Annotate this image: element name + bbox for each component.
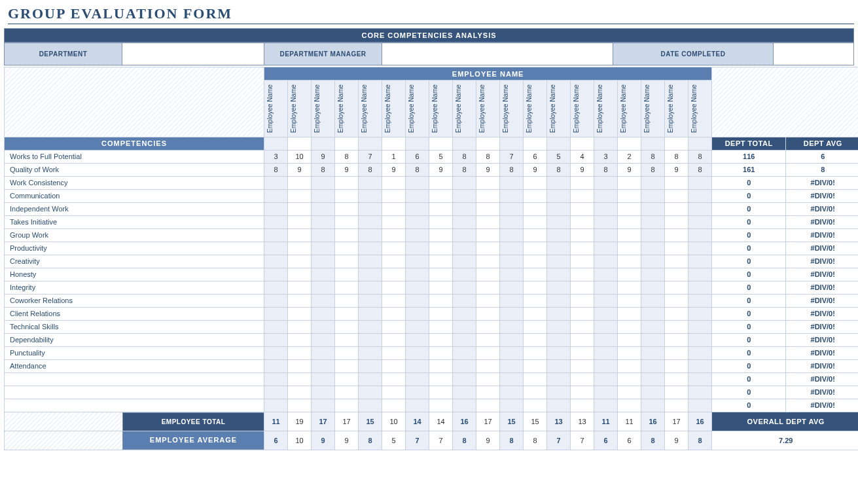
- score-cell[interactable]: [665, 307, 688, 320]
- score-cell[interactable]: [335, 202, 359, 215]
- score-cell[interactable]: [264, 294, 288, 307]
- score-cell[interactable]: [618, 255, 641, 268]
- score-cell[interactable]: [547, 386, 571, 399]
- score-cell[interactable]: [688, 399, 712, 412]
- score-cell[interactable]: 6: [524, 150, 547, 163]
- score-cell[interactable]: [382, 320, 406, 333]
- score-cell[interactable]: [641, 333, 665, 346]
- score-cell[interactable]: [665, 215, 688, 228]
- score-cell[interactable]: [382, 346, 406, 359]
- score-cell[interactable]: [547, 307, 571, 320]
- score-cell[interactable]: [641, 359, 665, 372]
- score-cell[interactable]: [500, 242, 524, 255]
- score-cell[interactable]: [288, 386, 312, 399]
- score-cell[interactable]: [264, 242, 288, 255]
- score-cell[interactable]: 8: [641, 150, 665, 163]
- score-cell[interactable]: [429, 268, 453, 281]
- score-cell[interactable]: [429, 346, 453, 359]
- score-cell[interactable]: [406, 189, 429, 202]
- score-cell[interactable]: [453, 346, 476, 359]
- score-cell[interactable]: [312, 294, 335, 307]
- score-cell[interactable]: [453, 281, 476, 294]
- score-cell[interactable]: [453, 242, 476, 255]
- score-cell[interactable]: [476, 176, 500, 189]
- score-cell[interactable]: [618, 359, 641, 372]
- score-cell[interactable]: [594, 242, 618, 255]
- score-cell[interactable]: [476, 215, 500, 228]
- score-cell[interactable]: [571, 372, 594, 386]
- score-cell[interactable]: [359, 268, 382, 281]
- score-cell[interactable]: [359, 399, 382, 412]
- score-cell[interactable]: [665, 268, 688, 281]
- score-cell[interactable]: 7: [500, 150, 524, 163]
- score-cell[interactable]: [406, 228, 429, 242]
- score-cell[interactable]: [665, 255, 688, 268]
- score-cell[interactable]: [335, 399, 359, 412]
- score-cell[interactable]: [453, 359, 476, 372]
- score-cell[interactable]: [665, 399, 688, 412]
- score-cell[interactable]: 8: [453, 163, 476, 176]
- score-cell[interactable]: [547, 294, 571, 307]
- score-cell[interactable]: [335, 386, 359, 399]
- score-cell[interactable]: [359, 294, 382, 307]
- score-cell[interactable]: [288, 372, 312, 386]
- score-cell[interactable]: [406, 346, 429, 359]
- score-cell[interactable]: [406, 242, 429, 255]
- score-cell[interactable]: [476, 294, 500, 307]
- score-cell[interactable]: [476, 189, 500, 202]
- score-cell[interactable]: [429, 189, 453, 202]
- score-cell[interactable]: [406, 202, 429, 215]
- score-cell[interactable]: [335, 320, 359, 333]
- score-cell[interactable]: [288, 215, 312, 228]
- score-cell[interactable]: [524, 189, 547, 202]
- score-cell[interactable]: [288, 189, 312, 202]
- score-cell[interactable]: [453, 372, 476, 386]
- score-cell[interactable]: [406, 372, 429, 386]
- score-cell[interactable]: [288, 399, 312, 412]
- score-cell[interactable]: [312, 242, 335, 255]
- score-cell[interactable]: [500, 176, 524, 189]
- score-cell[interactable]: 8: [335, 150, 359, 163]
- score-cell[interactable]: [547, 320, 571, 333]
- score-cell[interactable]: [594, 176, 618, 189]
- score-cell[interactable]: [500, 255, 524, 268]
- score-cell[interactable]: [453, 202, 476, 215]
- score-cell[interactable]: [688, 333, 712, 346]
- score-cell[interactable]: [312, 320, 335, 333]
- score-cell[interactable]: [382, 255, 406, 268]
- score-cell[interactable]: [264, 333, 288, 346]
- score-cell[interactable]: [594, 372, 618, 386]
- score-cell[interactable]: [476, 281, 500, 294]
- score-cell[interactable]: [312, 307, 335, 320]
- score-cell[interactable]: [688, 268, 712, 281]
- score-cell[interactable]: 9: [476, 163, 500, 176]
- score-cell[interactable]: [641, 294, 665, 307]
- score-cell[interactable]: [476, 372, 500, 386]
- score-cell[interactable]: [429, 215, 453, 228]
- score-cell[interactable]: 4: [571, 150, 594, 163]
- score-cell[interactable]: [524, 333, 547, 346]
- date-completed-value[interactable]: [774, 43, 854, 65]
- score-cell[interactable]: [429, 281, 453, 294]
- score-cell[interactable]: [547, 281, 571, 294]
- score-cell[interactable]: [571, 386, 594, 399]
- score-cell[interactable]: [335, 294, 359, 307]
- score-cell[interactable]: 8: [688, 163, 712, 176]
- score-cell[interactable]: 3: [264, 150, 288, 163]
- score-cell[interactable]: [688, 320, 712, 333]
- score-cell[interactable]: [500, 202, 524, 215]
- score-cell[interactable]: [571, 228, 594, 242]
- score-cell[interactable]: 3: [594, 150, 618, 163]
- score-cell[interactable]: 9: [382, 163, 406, 176]
- score-cell[interactable]: [594, 281, 618, 294]
- score-cell[interactable]: [665, 202, 688, 215]
- score-cell[interactable]: [641, 372, 665, 386]
- score-cell[interactable]: [500, 268, 524, 281]
- score-cell[interactable]: [335, 333, 359, 346]
- score-cell[interactable]: [359, 228, 382, 242]
- score-cell[interactable]: 2: [618, 150, 641, 163]
- score-cell[interactable]: [335, 176, 359, 189]
- score-cell[interactable]: [406, 176, 429, 189]
- score-cell[interactable]: [641, 307, 665, 320]
- score-cell[interactable]: [547, 228, 571, 242]
